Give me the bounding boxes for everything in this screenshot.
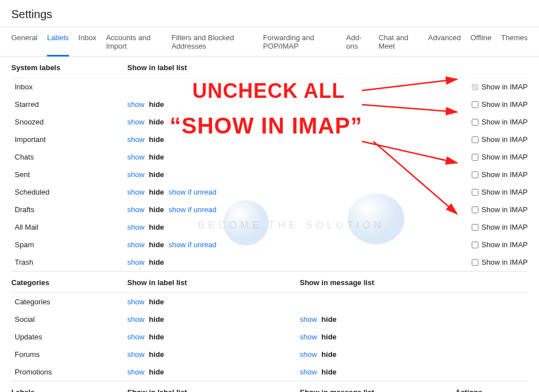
- show-in-imap-label: Show in IMAP: [481, 223, 528, 231]
- tab-filters-and-blocked-addresses[interactable]: Filters and Blocked Addresses: [171, 27, 253, 56]
- show-link[interactable]: show: [127, 258, 144, 266]
- show-in-imap-checkbox[interactable]: [472, 242, 478, 248]
- category-row: Categoriesshowhide: [11, 293, 528, 311]
- show-in-imap-control[interactable]: Show in IMAP: [300, 205, 528, 214]
- show-in-imap-checkbox[interactable]: [472, 171, 478, 178]
- hide-link[interactable]: hide: [321, 315, 337, 324]
- show-if-unread-link[interactable]: show if unread: [169, 205, 217, 214]
- show-in-imap-checkbox[interactable]: [472, 224, 478, 231]
- show-in-imap-checkbox[interactable]: [472, 154, 478, 161]
- hide-link[interactable]: hide: [149, 118, 164, 126]
- show-link[interactable]: show: [127, 135, 144, 144]
- show-in-imap-checkbox[interactable]: [472, 136, 478, 143]
- hide-link[interactable]: hide: [321, 368, 337, 376]
- hide-link[interactable]: hide: [321, 333, 337, 341]
- label-name: Spam: [11, 240, 127, 249]
- show-in-imap-label: Show in IMAP: [481, 135, 528, 144]
- show-link[interactable]: show: [127, 350, 144, 359]
- hide-link[interactable]: hide: [149, 258, 164, 266]
- show-in-imap-control[interactable]: Show in IMAP: [300, 153, 528, 161]
- hide-link[interactable]: hide: [149, 298, 164, 306]
- tab-inbox[interactable]: Inbox: [79, 27, 97, 56]
- system-label-row: Scheduledshowhideshow if unreadShow in I…: [11, 183, 528, 201]
- hide-link[interactable]: hide: [149, 240, 164, 249]
- tab-add-ons[interactable]: Add-ons: [346, 27, 369, 56]
- tab-accounts-and-import[interactable]: Accounts and Import: [106, 27, 162, 56]
- show-in-imap-control[interactable]: Show in IMAP: [300, 223, 528, 231]
- hide-link[interactable]: hide: [149, 333, 164, 341]
- show-in-imap-checkbox[interactable]: [472, 189, 478, 196]
- show-in-imap-control[interactable]: Show in IMAP: [300, 188, 528, 196]
- show-link[interactable]: show: [300, 368, 317, 376]
- hide-link[interactable]: hide: [149, 188, 164, 196]
- label-list-controls: showhide: [127, 170, 300, 179]
- show-in-imap-checkbox[interactable]: [472, 119, 478, 126]
- tab-forwarding-and-pop-imap[interactable]: Forwarding and POP/IMAP: [263, 27, 337, 56]
- system-label-row: TrashshowhideShow in IMAP: [11, 253, 528, 271]
- system-label-row: Draftsshowhideshow if unreadShow in IMAP: [11, 201, 528, 218]
- label-list-controls: showhide: [127, 153, 300, 161]
- hide-link[interactable]: hide: [149, 100, 164, 109]
- show-link[interactable]: show: [127, 188, 144, 196]
- show-in-imap-checkbox[interactable]: [472, 206, 478, 213]
- tab-chat-and-meet[interactable]: Chat and Meet: [378, 27, 419, 56]
- label-list-controls: showhide: [127, 118, 300, 126]
- show-link[interactable]: show: [127, 240, 144, 249]
- settings-tabs: GeneralLabelsInboxAccounts and ImportFil…: [0, 27, 539, 57]
- show-in-imap-control[interactable]: Show in IMAP: [300, 135, 528, 144]
- message-list-controls: showhide: [300, 333, 455, 341]
- hide-link[interactable]: hide: [149, 223, 164, 231]
- show-link[interactable]: show: [127, 315, 144, 324]
- show-link[interactable]: show: [300, 315, 317, 324]
- hide-link[interactable]: hide: [149, 350, 164, 359]
- show-link[interactable]: show: [127, 298, 144, 306]
- label-name: Sent: [11, 170, 127, 179]
- show-link[interactable]: show: [127, 100, 144, 109]
- tab-offline[interactable]: Offline: [471, 27, 491, 56]
- show-link[interactable]: show: [300, 333, 317, 341]
- show-in-imap-control[interactable]: Show in IMAP: [300, 100, 528, 109]
- hide-link[interactable]: hide: [149, 205, 164, 214]
- show-in-imap-label: Show in IMAP: [481, 205, 528, 214]
- show-if-unread-link[interactable]: show if unread: [169, 188, 217, 196]
- show-link[interactable]: show: [300, 350, 317, 359]
- hide-link[interactable]: hide: [149, 153, 164, 161]
- system-label-row: Spamshowhideshow if unreadShow in IMAP: [11, 236, 528, 253]
- show-in-imap-control[interactable]: Show in IMAP: [300, 240, 528, 249]
- category-name: Categories: [11, 298, 127, 306]
- hide-link[interactable]: hide: [149, 135, 164, 144]
- show-link[interactable]: show: [127, 223, 144, 231]
- hide-link[interactable]: hide: [149, 170, 164, 179]
- show-in-imap-checkbox[interactable]: [472, 259, 478, 266]
- label-list-controls: showhide: [127, 315, 300, 324]
- categories-header: Categories Show in label list Show in me…: [11, 272, 528, 293]
- message-list-controls: showhide: [300, 368, 455, 376]
- category-row: Updatesshowhideshowhide: [11, 328, 528, 346]
- show-if-unread-link[interactable]: show if unread: [169, 240, 217, 249]
- tab-themes[interactable]: Themes: [501, 27, 528, 56]
- label-list-controls: showhideshow if unread: [127, 240, 300, 249]
- hide-link[interactable]: hide: [149, 315, 164, 324]
- hide-link[interactable]: hide: [321, 350, 337, 359]
- hide-link[interactable]: hide: [149, 368, 164, 376]
- category-row: Promotionsshowhideshowhide: [11, 363, 528, 381]
- label-list-controls: showhide: [127, 350, 300, 359]
- tab-advanced[interactable]: Advanced: [428, 27, 461, 56]
- tab-general[interactable]: General: [11, 27, 37, 56]
- show-link[interactable]: show: [127, 118, 144, 126]
- show-in-imap-control[interactable]: Show in IMAP: [300, 170, 528, 179]
- categories-heading: Categories: [11, 278, 127, 287]
- show-link[interactable]: show: [127, 205, 144, 214]
- show-in-imap-checkbox[interactable]: [472, 101, 478, 108]
- show-link[interactable]: show: [127, 170, 144, 179]
- show-in-imap-control[interactable]: Show in IMAP: [300, 83, 528, 91]
- show-link[interactable]: show: [127, 333, 144, 341]
- show-in-imap-control[interactable]: Show in IMAP: [300, 258, 528, 266]
- show-link[interactable]: show: [127, 368, 144, 376]
- show-link[interactable]: show: [127, 153, 144, 161]
- label-name: Inbox: [11, 83, 127, 91]
- show-in-imap-control[interactable]: Show in IMAP: [300, 118, 528, 126]
- system-labels-heading: System labels: [11, 63, 127, 72]
- label-list-controls: showhide: [127, 333, 300, 341]
- tab-labels[interactable]: Labels: [47, 27, 68, 57]
